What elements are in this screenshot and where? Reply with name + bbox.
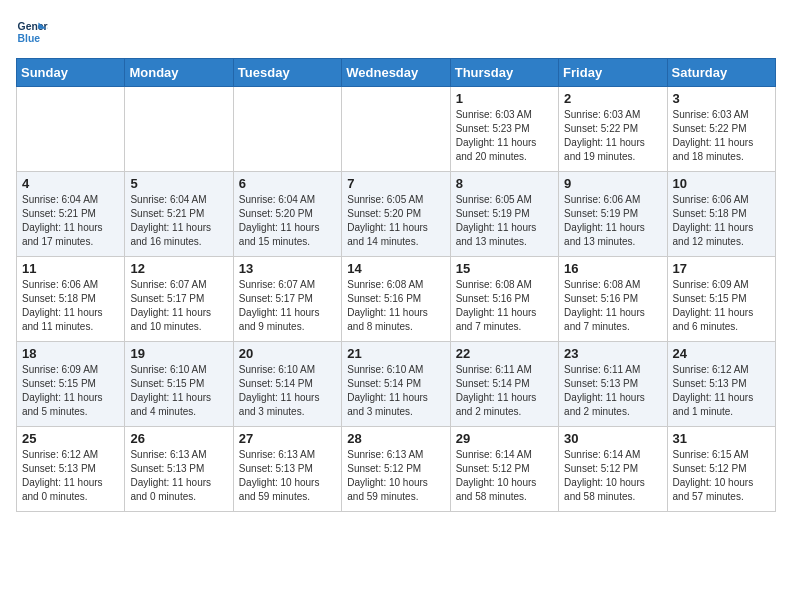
day-info: Sunrise: 6:11 AM Sunset: 5:13 PM Dayligh… [564,363,661,419]
day-number: 15 [456,261,553,276]
day-number: 6 [239,176,336,191]
calendar-day-cell: 3Sunrise: 6:03 AM Sunset: 5:22 PM Daylig… [667,87,775,172]
calendar-day-cell: 15Sunrise: 6:08 AM Sunset: 5:16 PM Dayli… [450,257,558,342]
calendar-day-cell [342,87,450,172]
svg-text:Blue: Blue [18,33,41,44]
day-info: Sunrise: 6:03 AM Sunset: 5:22 PM Dayligh… [673,108,770,164]
calendar-day-cell: 18Sunrise: 6:09 AM Sunset: 5:15 PM Dayli… [17,342,125,427]
calendar-header-row: SundayMondayTuesdayWednesdayThursdayFrid… [17,59,776,87]
calendar-day-cell: 24Sunrise: 6:12 AM Sunset: 5:13 PM Dayli… [667,342,775,427]
calendar-day-cell: 31Sunrise: 6:15 AM Sunset: 5:12 PM Dayli… [667,427,775,512]
day-number: 4 [22,176,119,191]
calendar-week-row: 11Sunrise: 6:06 AM Sunset: 5:18 PM Dayli… [17,257,776,342]
logo-icon: General Blue [16,16,48,48]
day-info: Sunrise: 6:10 AM Sunset: 5:15 PM Dayligh… [130,363,227,419]
day-number: 30 [564,431,661,446]
day-info: Sunrise: 6:04 AM Sunset: 5:21 PM Dayligh… [22,193,119,249]
calendar-day-cell [125,87,233,172]
calendar-day-cell: 11Sunrise: 6:06 AM Sunset: 5:18 PM Dayli… [17,257,125,342]
page-header: General Blue [16,16,776,48]
day-info: Sunrise: 6:06 AM Sunset: 5:19 PM Dayligh… [564,193,661,249]
day-number: 1 [456,91,553,106]
day-info: Sunrise: 6:10 AM Sunset: 5:14 PM Dayligh… [347,363,444,419]
calendar-day-cell: 28Sunrise: 6:13 AM Sunset: 5:12 PM Dayli… [342,427,450,512]
day-info: Sunrise: 6:07 AM Sunset: 5:17 PM Dayligh… [239,278,336,334]
day-number: 3 [673,91,770,106]
calendar-table: SundayMondayTuesdayWednesdayThursdayFrid… [16,58,776,512]
day-number: 28 [347,431,444,446]
day-info: Sunrise: 6:08 AM Sunset: 5:16 PM Dayligh… [347,278,444,334]
calendar-week-row: 4Sunrise: 6:04 AM Sunset: 5:21 PM Daylig… [17,172,776,257]
calendar-day-cell: 19Sunrise: 6:10 AM Sunset: 5:15 PM Dayli… [125,342,233,427]
day-number: 5 [130,176,227,191]
calendar-day-cell: 8Sunrise: 6:05 AM Sunset: 5:19 PM Daylig… [450,172,558,257]
calendar-day-cell: 14Sunrise: 6:08 AM Sunset: 5:16 PM Dayli… [342,257,450,342]
day-of-week-header: Sunday [17,59,125,87]
day-number: 16 [564,261,661,276]
logo: General Blue [16,16,52,48]
day-info: Sunrise: 6:12 AM Sunset: 5:13 PM Dayligh… [673,363,770,419]
calendar-day-cell: 22Sunrise: 6:11 AM Sunset: 5:14 PM Dayli… [450,342,558,427]
day-of-week-header: Monday [125,59,233,87]
day-number: 19 [130,346,227,361]
day-number: 25 [22,431,119,446]
day-info: Sunrise: 6:13 AM Sunset: 5:13 PM Dayligh… [130,448,227,504]
calendar-day-cell: 10Sunrise: 6:06 AM Sunset: 5:18 PM Dayli… [667,172,775,257]
day-info: Sunrise: 6:04 AM Sunset: 5:20 PM Dayligh… [239,193,336,249]
calendar-day-cell: 17Sunrise: 6:09 AM Sunset: 5:15 PM Dayli… [667,257,775,342]
calendar-day-cell: 27Sunrise: 6:13 AM Sunset: 5:13 PM Dayli… [233,427,341,512]
day-info: Sunrise: 6:12 AM Sunset: 5:13 PM Dayligh… [22,448,119,504]
day-info: Sunrise: 6:05 AM Sunset: 5:19 PM Dayligh… [456,193,553,249]
day-info: Sunrise: 6:10 AM Sunset: 5:14 PM Dayligh… [239,363,336,419]
day-info: Sunrise: 6:13 AM Sunset: 5:12 PM Dayligh… [347,448,444,504]
day-info: Sunrise: 6:05 AM Sunset: 5:20 PM Dayligh… [347,193,444,249]
day-info: Sunrise: 6:08 AM Sunset: 5:16 PM Dayligh… [456,278,553,334]
calendar-day-cell: 7Sunrise: 6:05 AM Sunset: 5:20 PM Daylig… [342,172,450,257]
day-number: 22 [456,346,553,361]
day-info: Sunrise: 6:15 AM Sunset: 5:12 PM Dayligh… [673,448,770,504]
calendar-day-cell: 9Sunrise: 6:06 AM Sunset: 5:19 PM Daylig… [559,172,667,257]
day-of-week-header: Saturday [667,59,775,87]
day-number: 8 [456,176,553,191]
calendar-day-cell: 1Sunrise: 6:03 AM Sunset: 5:23 PM Daylig… [450,87,558,172]
day-number: 13 [239,261,336,276]
day-info: Sunrise: 6:03 AM Sunset: 5:23 PM Dayligh… [456,108,553,164]
calendar-day-cell: 21Sunrise: 6:10 AM Sunset: 5:14 PM Dayli… [342,342,450,427]
calendar-day-cell: 2Sunrise: 6:03 AM Sunset: 5:22 PM Daylig… [559,87,667,172]
day-number: 18 [22,346,119,361]
calendar-week-row: 18Sunrise: 6:09 AM Sunset: 5:15 PM Dayli… [17,342,776,427]
calendar-day-cell: 26Sunrise: 6:13 AM Sunset: 5:13 PM Dayli… [125,427,233,512]
day-info: Sunrise: 6:13 AM Sunset: 5:13 PM Dayligh… [239,448,336,504]
day-info: Sunrise: 6:09 AM Sunset: 5:15 PM Dayligh… [673,278,770,334]
day-number: 14 [347,261,444,276]
calendar-week-row: 25Sunrise: 6:12 AM Sunset: 5:13 PM Dayli… [17,427,776,512]
day-number: 10 [673,176,770,191]
calendar-day-cell: 4Sunrise: 6:04 AM Sunset: 5:21 PM Daylig… [17,172,125,257]
day-info: Sunrise: 6:07 AM Sunset: 5:17 PM Dayligh… [130,278,227,334]
day-number: 23 [564,346,661,361]
day-number: 24 [673,346,770,361]
day-number: 21 [347,346,444,361]
calendar-day-cell: 13Sunrise: 6:07 AM Sunset: 5:17 PM Dayli… [233,257,341,342]
day-info: Sunrise: 6:14 AM Sunset: 5:12 PM Dayligh… [456,448,553,504]
day-number: 11 [22,261,119,276]
day-number: 7 [347,176,444,191]
day-info: Sunrise: 6:14 AM Sunset: 5:12 PM Dayligh… [564,448,661,504]
day-of-week-header: Tuesday [233,59,341,87]
day-info: Sunrise: 6:11 AM Sunset: 5:14 PM Dayligh… [456,363,553,419]
day-info: Sunrise: 6:04 AM Sunset: 5:21 PM Dayligh… [130,193,227,249]
calendar-day-cell: 12Sunrise: 6:07 AM Sunset: 5:17 PM Dayli… [125,257,233,342]
day-info: Sunrise: 6:09 AM Sunset: 5:15 PM Dayligh… [22,363,119,419]
calendar-day-cell [17,87,125,172]
calendar-day-cell: 29Sunrise: 6:14 AM Sunset: 5:12 PM Dayli… [450,427,558,512]
day-number: 27 [239,431,336,446]
day-number: 17 [673,261,770,276]
calendar-day-cell: 25Sunrise: 6:12 AM Sunset: 5:13 PM Dayli… [17,427,125,512]
day-number: 9 [564,176,661,191]
day-info: Sunrise: 6:06 AM Sunset: 5:18 PM Dayligh… [22,278,119,334]
calendar-day-cell: 23Sunrise: 6:11 AM Sunset: 5:13 PM Dayli… [559,342,667,427]
calendar-day-cell: 6Sunrise: 6:04 AM Sunset: 5:20 PM Daylig… [233,172,341,257]
day-info: Sunrise: 6:03 AM Sunset: 5:22 PM Dayligh… [564,108,661,164]
day-of-week-header: Friday [559,59,667,87]
day-info: Sunrise: 6:08 AM Sunset: 5:16 PM Dayligh… [564,278,661,334]
